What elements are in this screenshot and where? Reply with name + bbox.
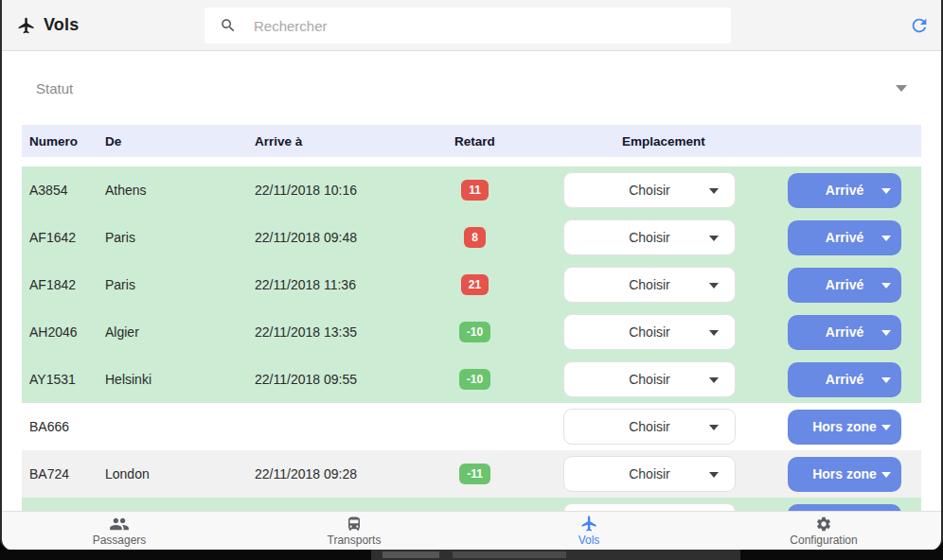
status-filter-select[interactable]: Statut	[2, 51, 941, 125]
refresh-icon	[909, 15, 930, 36]
flight-row: Choisir	[22, 498, 921, 511]
flight-status-button[interactable]: Hors zone	[788, 410, 901, 445]
nav-label: Configuration	[790, 534, 857, 547]
flight-arrival-datetime: 22/11/2018 09:28	[255, 466, 430, 481]
top-bar: Vols	[2, 0, 941, 51]
flight-status-label: Arrivé	[826, 372, 863, 387]
delay-badge: -11	[459, 464, 490, 484]
flight-arrival-datetime: 22/11/2018 09:55	[255, 372, 430, 387]
app-title-area: Vols	[2, 15, 79, 35]
flight-status-label: Hors zone	[812, 466, 877, 481]
chevron-down-icon	[881, 472, 891, 478]
column-header-de: De	[105, 134, 255, 149]
location-select-label: Choisir	[629, 230, 670, 245]
delay-badge: 11	[461, 180, 489, 201]
column-header-emplacement: Emplacement	[520, 134, 766, 149]
nav-item-passagers[interactable]: Passagers	[2, 512, 237, 550]
flight-arrival-datetime: 22/11/2018 13:35	[255, 324, 430, 340]
chevron-down-icon	[881, 330, 891, 336]
flight-origin: London	[105, 466, 255, 481]
chevron-down-icon	[881, 236, 891, 241]
location-select-label: Choisir	[629, 277, 670, 292]
flight-origin: Algier	[105, 324, 255, 340]
flight-icon	[17, 16, 36, 35]
chevron-down-icon	[881, 425, 891, 430]
flight-status-button[interactable]: Arrivé	[788, 362, 901, 397]
bottom-nav: Passagers Transports Vols Configuration	[2, 511, 941, 550]
flight-number: BA666	[29, 419, 105, 434]
flight-table: A3854 Athens 22/11/2018 10:16 11 Choisir…	[22, 166, 921, 511]
location-select[interactable]: Choisir	[563, 361, 736, 397]
location-select[interactable]: Choisir	[563, 503, 736, 511]
main-content: Statut Numero De Arrive à Retard Emplace…	[2, 51, 941, 511]
search-icon	[220, 17, 237, 34]
chevron-down-icon	[709, 425, 719, 430]
chevron-down-icon	[896, 85, 907, 92]
location-select[interactable]: Choisir	[563, 172, 736, 208]
location-select-label: Choisir	[629, 183, 670, 198]
flight-row: AH2046 Algier 22/11/2018 13:35 -10 Chois…	[22, 308, 921, 356]
delay-badge: -10	[459, 322, 490, 342]
flight-row: A3854 Athens 22/11/2018 10:16 11 Choisir…	[22, 166, 921, 214]
flight-status-label: Arrivé	[826, 183, 863, 198]
nav-item-configuration[interactable]: Configuration	[706, 512, 941, 550]
column-header-arrive: Arrive à	[255, 134, 430, 149]
flight-status-label: Arrivé	[826, 230, 863, 245]
flight-row: AY1531 Helsinki 22/11/2018 09:55 -10 Cho…	[22, 356, 921, 403]
location-select-label: Choisir	[629, 466, 670, 481]
location-select[interactable]: Choisir	[563, 219, 736, 255]
flight-arrival-datetime: 22/11/2018 10:16	[255, 183, 430, 198]
gear-icon	[815, 516, 832, 533]
location-select[interactable]: Choisir	[563, 409, 736, 445]
flight-origin: Helsinki	[105, 372, 255, 387]
delay-badge: 21	[461, 274, 489, 295]
flight-number: BA724	[29, 466, 105, 481]
flight-row: BA666 Choisir Hors zone	[22, 403, 921, 450]
chevron-down-icon	[881, 283, 891, 289]
taskbar-segment	[383, 551, 439, 558]
flight-number: A3854	[29, 183, 105, 198]
bus-icon	[346, 516, 363, 533]
flight-status-button[interactable]: Hors zone	[788, 457, 901, 492]
location-select[interactable]: Choisir	[563, 456, 736, 492]
chevron-down-icon	[881, 188, 891, 194]
location-select[interactable]: Choisir	[563, 314, 736, 350]
search-input[interactable]	[252, 17, 659, 35]
flight-row: BA724 London 22/11/2018 09:28 -11 Choisi…	[22, 450, 921, 498]
flight-status-button[interactable]: Arrivé	[788, 315, 901, 350]
flight-status-button[interactable]: Arrivé	[788, 220, 901, 255]
nav-label: Transports	[328, 534, 382, 547]
flight-status-button[interactable]: Arrivé	[788, 268, 901, 303]
nav-label: Vols	[578, 534, 600, 547]
taskbar-strip	[0, 550, 943, 560]
flight-origin: Paris	[105, 230, 255, 245]
plane-icon	[580, 515, 598, 533]
flight-status-button[interactable]	[788, 504, 901, 512]
column-header-numero: Numero	[29, 134, 105, 149]
chevron-down-icon	[881, 377, 891, 383]
nav-item-vols[interactable]: Vols	[472, 512, 706, 550]
page-title: Vols	[44, 15, 79, 35]
flight-status-label: Arrivé	[826, 277, 863, 292]
location-select[interactable]: Choisir	[563, 267, 736, 303]
chevron-down-icon	[709, 472, 719, 478]
flight-arrival-datetime: 22/11/2018 11:36	[255, 277, 430, 292]
flight-status-button[interactable]: Arrivé	[788, 173, 901, 208]
app-window: Vols Statut Numero De Arrive à Retard Em…	[0, 0, 943, 550]
flight-status-label: Arrivé	[826, 324, 863, 340]
location-select-label: Choisir	[629, 372, 670, 387]
status-filter-label: Statut	[36, 80, 73, 96]
chevron-down-icon	[709, 188, 719, 194]
nav-item-transports[interactable]: Transports	[237, 512, 472, 550]
flight-number: AY1531	[29, 372, 105, 387]
taskbar-segment	[453, 551, 566, 558]
location-select-label: Choisir	[629, 419, 670, 434]
flight-row: AF1842 Paris 22/11/2018 11:36 21 Choisir…	[22, 261, 921, 308]
column-header-retard: Retard	[430, 134, 520, 149]
chevron-down-icon	[709, 330, 719, 336]
flight-origin: Paris	[105, 277, 255, 292]
flight-origin: Athens	[105, 183, 255, 198]
search-box[interactable]	[205, 8, 731, 44]
chevron-down-icon	[709, 236, 719, 241]
refresh-button[interactable]	[909, 15, 930, 39]
